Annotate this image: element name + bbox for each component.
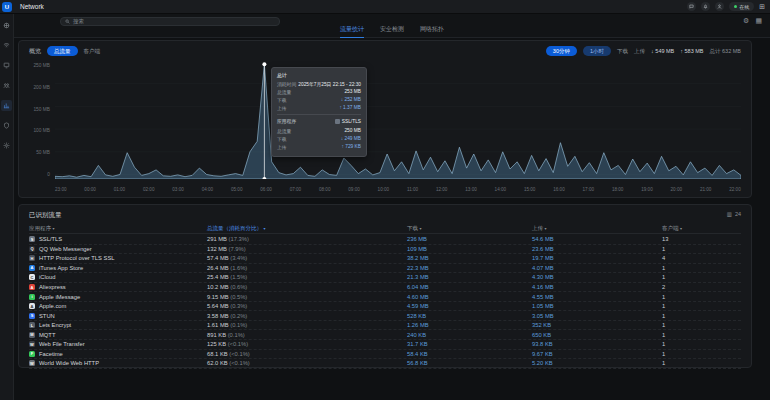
view-clients-link[interactable]: 客户端 bbox=[84, 48, 101, 55]
tooltip-row: 总流量250 MB bbox=[277, 128, 361, 134]
sidebar-item-insights[interactable] bbox=[1, 100, 12, 111]
total-cell: 891 KB (0.1%) bbox=[207, 332, 407, 338]
x-tick-label: 15:00 bbox=[524, 187, 536, 192]
sidebar-item-settings[interactable] bbox=[1, 140, 12, 151]
table-row[interactable]: FFacetime68.1 KB (<0.1%)58.4 KB9.67 KB1 bbox=[29, 350, 741, 360]
table-row[interactable]: QQQ Web Messenger132 MB (7.9%)109 MB23.6… bbox=[29, 245, 741, 255]
sidebar-item-dashboard[interactable] bbox=[1, 20, 12, 31]
total-cell: 125 KB (<0.1%) bbox=[207, 341, 407, 347]
upload-cell[interactable]: 4.16 MB bbox=[532, 284, 662, 290]
table-row[interactable]: MMQTT891 KB (0.1%)240 KB650 KB1 bbox=[29, 330, 741, 340]
tab-2[interactable]: 网络拓扑 bbox=[420, 25, 444, 38]
total-cell: 10.2 MB (0.6%) bbox=[207, 284, 407, 290]
upload-cell[interactable]: 4.55 MB bbox=[532, 294, 662, 300]
apps-icon[interactable]: ⊞ bbox=[759, 2, 765, 11]
traffic-area-chart[interactable] bbox=[55, 61, 741, 179]
app-icon: A bbox=[29, 265, 35, 271]
upload-cell[interactable]: 3.05 MB bbox=[532, 313, 662, 319]
sort-chevron-icon: ▾ bbox=[53, 226, 55, 231]
crosshair-top-dot bbox=[262, 62, 266, 66]
x-tick-label: 23:00 bbox=[55, 187, 67, 192]
table-row[interactable]: AiTunes App Store26.4 MB (1.6%)22.3 MB4.… bbox=[29, 264, 741, 274]
download-cell[interactable]: 38.2 MB bbox=[407, 255, 532, 261]
overview-label: 概览 bbox=[29, 47, 41, 56]
sidebar-item-wifi[interactable] bbox=[1, 40, 12, 51]
clients-cell: 1 bbox=[662, 341, 741, 347]
user-icon[interactable] bbox=[715, 2, 724, 11]
app-name-cell: SSTUN bbox=[29, 313, 207, 319]
column-header-3[interactable]: 上传 ▾ bbox=[532, 225, 662, 232]
download-cell[interactable]: 22.3 MB bbox=[407, 265, 532, 271]
period-30min-pill[interactable]: 30分钟 bbox=[546, 46, 577, 56]
search-icon bbox=[65, 19, 70, 24]
x-tick-label: 04:00 bbox=[202, 187, 214, 192]
download-cell[interactable]: 6.04 MB bbox=[407, 284, 532, 290]
sidebar-item-devices[interactable] bbox=[1, 60, 12, 71]
upload-cell[interactable]: 1.05 MB bbox=[532, 303, 662, 309]
download-cell[interactable]: 4.60 MB bbox=[407, 294, 532, 300]
status-badge[interactable]: 在线 bbox=[729, 2, 754, 11]
upload-cell[interactable]: 23.6 MB bbox=[532, 246, 662, 252]
chat-icon[interactable] bbox=[687, 2, 696, 11]
download-cell[interactable]: 56.8 KB bbox=[407, 360, 532, 366]
table-row[interactable]: SSTUN3.58 MB (0.2%)528 KB3.05 MB1 bbox=[29, 311, 741, 321]
upload-cell[interactable]: 352 KB bbox=[532, 322, 662, 328]
upload-cell[interactable]: 54.6 MB bbox=[532, 236, 662, 242]
clients-cell: 1 bbox=[662, 246, 741, 252]
table-row[interactable]: iApple iMessage9.15 MB (0.5%)4.60 MB4.55… bbox=[29, 292, 741, 302]
download-link[interactable]: 下载 bbox=[617, 48, 628, 55]
gear-icon[interactable]: ⚙ bbox=[743, 17, 749, 25]
unifi-logo[interactable]: U bbox=[2, 2, 12, 12]
tab-0[interactable]: 流量统计 bbox=[340, 25, 364, 38]
download-cell[interactable]: 4.59 MB bbox=[407, 303, 532, 309]
table-row[interactable]: CiCloud25.4 MB (1.5%)21.3 MB4.30 MB1 bbox=[29, 273, 741, 283]
table-count[interactable]: ▥ 24 bbox=[727, 211, 741, 217]
download-cell[interactable]: 528 KB bbox=[407, 313, 532, 319]
column-header-2[interactable]: 下载 ▾ bbox=[407, 225, 532, 232]
download-cell[interactable]: 240 KB bbox=[407, 332, 532, 338]
table-row[interactable]: WWeb File Transfer125 KB (<0.1%)31.7 KB9… bbox=[29, 340, 741, 350]
view-total-pill[interactable]: 总流量 bbox=[47, 46, 78, 56]
table-row[interactable]: WWorld Wide Web HTTP62.0 KB (<0.1%)56.8 … bbox=[29, 359, 741, 369]
column-header-0[interactable]: 应用程序 ▾ bbox=[29, 225, 207, 232]
x-tick-label: 12:00 bbox=[436, 187, 448, 192]
table-row[interactable]: SSSL/TLS291 MB (17.3%)236 MB54.6 MB13 bbox=[29, 235, 741, 245]
y-tick-label: 150 MB bbox=[23, 107, 50, 112]
app-name-cell: WWeb File Transfer bbox=[29, 341, 207, 347]
sidebar-item-clients[interactable] bbox=[1, 80, 12, 91]
clients-cell: 1 bbox=[662, 303, 741, 309]
sidebar-item-security[interactable] bbox=[1, 120, 12, 131]
app-name-cell: AAliexpress bbox=[29, 284, 207, 290]
upload-link[interactable]: 上传 bbox=[634, 48, 645, 55]
bell-icon[interactable] bbox=[701, 2, 710, 11]
layout-icon[interactable]: ▦ bbox=[755, 17, 762, 25]
upload-cell[interactable]: 93.8 KB bbox=[532, 341, 662, 347]
table-row[interactable]: HHTTP Protocol over TLS SSL57.4 MB (3.4%… bbox=[29, 254, 741, 264]
app-name-cell: QQQ Web Messenger bbox=[29, 246, 207, 252]
upload-cell[interactable]: 5.20 KB bbox=[532, 360, 662, 366]
column-header-4[interactable]: 客户端 ▾ bbox=[662, 225, 741, 232]
download-cell[interactable]: 31.7 KB bbox=[407, 341, 532, 347]
main-tabs: 流量统计安全检测网络拓扑 bbox=[14, 25, 770, 38]
app-title: Network bbox=[20, 3, 44, 10]
x-tick-label: 10:00 bbox=[378, 187, 390, 192]
period-1h-pill[interactable]: 1小时 bbox=[583, 46, 611, 56]
x-tick-label: 00:00 bbox=[84, 187, 96, 192]
download-cell[interactable]: 58.4 KB bbox=[407, 351, 532, 357]
download-cell[interactable]: 236 MB bbox=[407, 236, 532, 242]
upload-cell[interactable]: 19.7 MB bbox=[532, 255, 662, 261]
download-cell[interactable]: 21.3 MB bbox=[407, 274, 532, 280]
upload-cell[interactable]: 4.07 MB bbox=[532, 265, 662, 271]
download-cell[interactable]: 1.26 MB bbox=[407, 322, 532, 328]
app-name-cell: AApple.com bbox=[29, 303, 207, 309]
download-cell[interactable]: 109 MB bbox=[407, 246, 532, 252]
table-row[interactable]: LLets Encrypt1.61 MB (0.1%)1.26 MB352 KB… bbox=[29, 321, 741, 331]
upload-cell[interactable]: 4.30 MB bbox=[532, 274, 662, 280]
upload-cell[interactable]: 650 KB bbox=[532, 332, 662, 338]
tab-1[interactable]: 安全检测 bbox=[380, 25, 404, 38]
table-row[interactable]: AAliexpress10.2 MB (0.6%)6.04 MB4.16 MB2 bbox=[29, 283, 741, 293]
table-row[interactable]: AApple.com5.64 MB (0.3%)4.59 MB1.05 MB1 bbox=[29, 302, 741, 312]
upload-cell[interactable]: 9.67 KB bbox=[532, 351, 662, 357]
chart-y-axis: 250 MB200 MB150 MB100 MB50 MB0 bbox=[23, 63, 50, 177]
column-header-1[interactable]: 总流量（消耗百分比） ▾ bbox=[207, 225, 407, 232]
